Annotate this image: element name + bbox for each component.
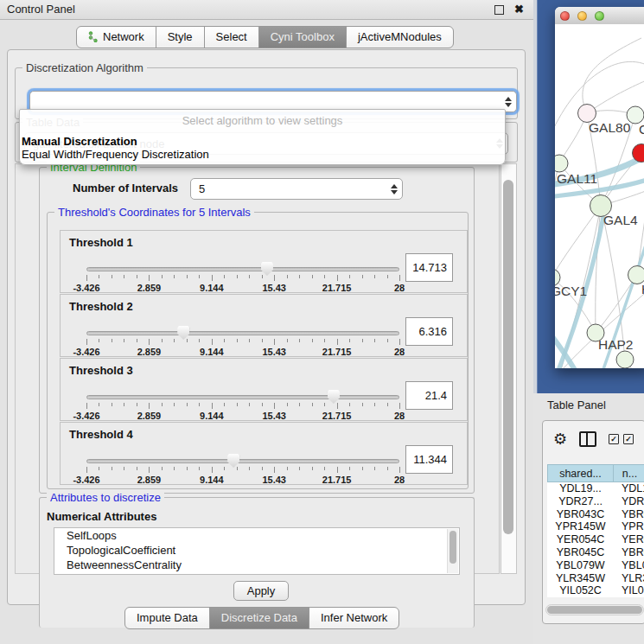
interval-definition-group: Interval Definition Number of Intervals …	[39, 167, 475, 494]
threshold-value-field[interactable]: 11.344	[405, 445, 453, 474]
column-header-shared-name[interactable]: shared...	[547, 464, 614, 482]
network-node-gal11[interactable]	[555, 155, 568, 172]
table-row[interactable]: YBL079WYBL0	[547, 559, 644, 572]
scrollbar-thumb[interactable]	[547, 606, 642, 614]
slider-track[interactable]	[86, 331, 399, 335]
scrollbar-thumb[interactable]	[450, 531, 456, 564]
tick-mark	[162, 467, 163, 470]
cyni-mode-tabs: Impute DataDiscretize DataInfer Network	[124, 607, 399, 629]
network-icon	[88, 31, 99, 42]
checkbox-checked-icon[interactable]: ✓	[609, 434, 619, 444]
mode-tab-label: Impute Data	[137, 611, 198, 624]
slider-track[interactable]	[86, 395, 399, 399]
columns-icon[interactable]	[579, 431, 596, 447]
mode-tab-discretize-data[interactable]: Discretize Data	[209, 607, 309, 629]
algorithm-option-equal-width-frequency-discretization[interactable]: Equal Width/Frequency Discretization	[20, 148, 505, 161]
gear-icon[interactable]: ⚙	[553, 430, 567, 448]
tab-style[interactable]: Style	[156, 26, 205, 48]
minimize-traffic-light-icon[interactable]	[577, 11, 587, 21]
column-header-name[interactable]: n...	[613, 464, 644, 482]
scrollbar-thumb[interactable]	[503, 180, 513, 534]
slider-track[interactable]	[86, 267, 399, 271]
tick-label: 21.715	[322, 347, 352, 357]
tab-cyni-toolbox[interactable]: Cyni Toolbox	[258, 26, 347, 48]
network-canvas[interactable]: GAL80GACGAL11GAL4GCY1HHAP2	[555, 24, 644, 368]
checkbox-checked-icon[interactable]: ✓	[623, 434, 634, 444]
tick-label: 9.144	[200, 475, 224, 485]
num-intervals-combobox[interactable]: 5	[190, 178, 403, 200]
tab-network[interactable]: Network	[76, 26, 156, 48]
slider-handle[interactable]	[177, 326, 189, 340]
tick-label: 28	[394, 475, 405, 485]
tick-mark	[199, 403, 200, 406]
tab-label: jActiveMNodules	[358, 30, 442, 43]
table-row[interactable]: YLR345WYLR3	[547, 572, 644, 585]
threshold-value-field[interactable]: 6.316	[405, 317, 453, 346]
slider-handle[interactable]	[261, 262, 273, 276]
cell-name: YDL1	[614, 482, 644, 495]
tick-mark	[212, 275, 213, 281]
close-traffic-light-icon[interactable]	[560, 11, 570, 21]
tab-select[interactable]: Select	[204, 26, 259, 48]
tick-label: 15.43	[262, 283, 286, 293]
tick-mark	[237, 339, 238, 342]
algorithm-placeholder: Select algorithm to view settings	[20, 110, 505, 131]
network-graph[interactable]: GAL80GACGAL11GAL4GCY1HHAP2	[555, 24, 644, 368]
attribute-item-topologicalcoefficient[interactable]: TopologicalCoefficient	[54, 543, 459, 558]
network-node-label: GA	[639, 122, 644, 137]
attribute-item-selfloops[interactable]: SelfLoops	[54, 528, 459, 543]
attribute-item-betweennesscentrality[interactable]: BetweennessCentrality	[54, 558, 459, 572]
mode-tab-infer-network[interactable]: Infer Network	[309, 607, 399, 629]
table-row[interactable]: YBR043CYBR0	[547, 508, 644, 521]
tick-mark	[124, 403, 124, 406]
tick-mark	[374, 339, 375, 342]
attributes-list[interactable]: SelfLoopsTopologicalCoefficientBetweenne…	[54, 527, 460, 575]
zoom-traffic-light-icon[interactable]	[595, 11, 604, 21]
network-edge[interactable]	[583, 38, 641, 113]
threshold-value-field[interactable]: 21.4	[405, 381, 453, 410]
tick-mark	[312, 403, 313, 406]
cell-shared-name: YLR345W	[547, 572, 614, 585]
cell-shared-name: YBL079W	[547, 559, 614, 572]
network-node-label: GAL80	[589, 120, 631, 135]
num-intervals-label: Number of Intervals	[73, 182, 178, 194]
float-window-icon[interactable]	[494, 5, 504, 15]
close-window-icon[interactable]: ✖	[514, 2, 524, 17]
table-hscrollbar[interactable]	[545, 604, 644, 615]
table-row[interactable]: YER054CYER0	[547, 533, 644, 546]
algorithm-option-manual-discretization[interactable]: Manual Discretization	[20, 135, 505, 148]
mode-tab-impute-data[interactable]: Impute Data	[124, 607, 210, 629]
network-edge[interactable]	[596, 275, 637, 333]
table-row[interactable]: YIL052CYIL0	[547, 584, 644, 597]
cell-name: YBR0	[614, 508, 644, 521]
tick-label: -3.426	[73, 283, 99, 293]
table-panel-title: Table Panel	[547, 399, 606, 411]
settings-scrollbar[interactable]	[501, 163, 517, 574]
threshold-value-field[interactable]: 14.713	[405, 253, 453, 282]
slider-handle[interactable]	[328, 390, 340, 404]
slider-handle[interactable]	[227, 454, 239, 468]
table-row[interactable]: YDR27...YDR2	[547, 495, 644, 508]
cell-name: YDR2	[614, 495, 644, 508]
tick-mark	[124, 339, 124, 342]
apply-button[interactable]: Apply	[233, 581, 289, 601]
threshold-label: Threshold 4	[69, 428, 133, 441]
network-window-titlebar[interactable]	[555, 7, 644, 25]
tab-jactivemnodules[interactable]: jActiveMNodules	[346, 26, 454, 48]
algorithm-dropdown-popup: Select algorithm to view settings Manual…	[19, 109, 506, 165]
threshold-label: Threshold 2	[69, 300, 133, 313]
network-node-unlabeled[interactable]	[616, 351, 634, 368]
tick-mark	[274, 339, 275, 345]
tick-mark	[249, 403, 250, 406]
tick-label: 28	[394, 347, 405, 357]
tick-label: 2.859	[137, 283, 162, 293]
table-row[interactable]: YDL19...YDL1	[547, 482, 644, 495]
tick-mark	[349, 403, 350, 406]
network-window[interactable]: GAL80GACGAL11GAL4GCY1HHAP2	[555, 7, 644, 368]
table-row[interactable]: YPR145WYPR1	[547, 520, 644, 533]
tick-mark	[224, 275, 225, 278]
slider-track[interactable]	[86, 459, 399, 463]
table-row[interactable]: YBR045CYBR0	[547, 546, 644, 559]
tick-mark	[237, 403, 238, 406]
attributes-list-scrollbar[interactable]	[447, 529, 458, 573]
